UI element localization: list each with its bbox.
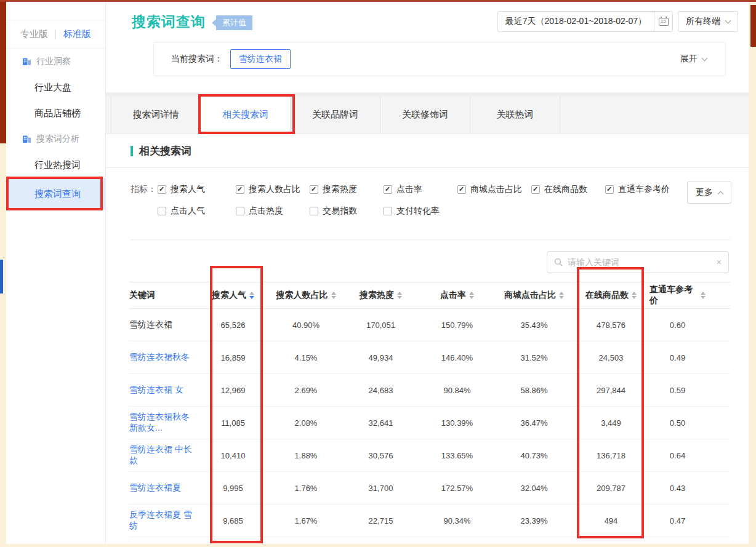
expand-toggle[interactable]: 展开: [680, 54, 707, 65]
more-button[interactable]: 更多: [687, 182, 731, 204]
value-cell: 35.43%: [496, 321, 573, 330]
sidebar-item-label: 行业洞察: [36, 56, 71, 67]
column-header-search-popularity[interactable]: 搜索人气: [197, 290, 269, 301]
metric-checkbox-online-products[interactable]: 在线商品数: [531, 184, 605, 195]
tab-search-word-detail[interactable]: 搜索词详情: [111, 96, 201, 134]
badge-arrow-icon: [208, 19, 216, 26]
unchecked-checkbox-icon[interactable]: [236, 207, 244, 215]
version-tab-divider: [55, 30, 56, 39]
sidebar-version-tabs: 专业版 标准版: [6, 20, 105, 49]
sidebar-item-search-word-analysis[interactable]: 搜索词分析: [6, 126, 105, 152]
sort-arrows-icon[interactable]: [701, 292, 706, 299]
building-icon: [22, 135, 31, 143]
sort-arrows-icon[interactable]: [632, 292, 637, 299]
value-cell: 494: [573, 516, 649, 525]
sort-arrows-icon[interactable]: [397, 292, 402, 299]
checked-checkbox-icon[interactable]: [605, 185, 614, 194]
metric-label: 直通车参考价: [618, 184, 670, 195]
metric-checkbox-ztc-ref-price[interactable]: 直通车参考价: [605, 184, 679, 195]
unchecked-checkbox-icon[interactable]: [310, 207, 318, 215]
value-cell: 30,576: [343, 451, 419, 460]
checked-checkbox-icon[interactable]: [457, 185, 466, 194]
value-cell: 1.67%: [269, 516, 343, 525]
keyword-cell[interactable]: 雪纺连衣裙秋冬新款女...: [129, 412, 197, 434]
value-cell: 478,576: [573, 321, 649, 330]
terminal-selector[interactable]: 所有终端: [678, 11, 738, 32]
value-cell: 32.04%: [496, 484, 573, 493]
tab-related-brand-words[interactable]: 关联品牌词: [291, 96, 380, 134]
value-cell: 297,844: [573, 386, 649, 395]
checked-checkbox-icon[interactable]: [531, 185, 540, 194]
value-cell: 90.34%: [419, 516, 496, 525]
sidebar-item-industry-hot-words[interactable]: 行业热搜词: [6, 152, 105, 178]
value-cell: 1.88%: [269, 451, 343, 460]
value-cell: 31.52%: [496, 353, 573, 362]
calendar-day-label: 15: [661, 19, 666, 24]
metric-checkbox-mall-click-ratio[interactable]: 商城点击占比: [457, 184, 531, 195]
keyword-cell[interactable]: 雪纺连衣裙秋冬: [129, 352, 197, 363]
metric-checkbox-search-user-ratio[interactable]: 搜索人数占比: [236, 184, 310, 195]
sort-arrows-icon[interactable]: [559, 292, 564, 299]
table-row: 雪纺连衣裙 中长款10,4101.88%30,576133.65%40.73%1…: [129, 439, 730, 472]
expand-label: 展开: [680, 54, 698, 65]
metric-checkbox-pay-conversion[interactable]: 支付转化率: [384, 206, 457, 217]
sidebar-item-search-word-query[interactable]: 搜索词查询: [6, 178, 105, 210]
metric-checkbox-search-heat[interactable]: 搜索热度: [310, 184, 384, 195]
metric-checkbox-click-heat[interactable]: 点击热度: [236, 206, 310, 217]
keyword-cell[interactable]: 反季连衣裙夏 雪纺: [129, 509, 197, 532]
keyword-cell[interactable]: 雪纺连衣裙夏: [129, 482, 197, 493]
sort-arrows-icon[interactable]: [249, 292, 254, 299]
magnifier-icon: [554, 258, 563, 266]
column-header-online-products[interactable]: 在线商品数: [573, 290, 649, 301]
date-range-label: 最近7天（2018-02-01~2018-02-07）: [498, 16, 654, 27]
value-cell: 0.47: [649, 516, 730, 525]
calendar-button[interactable]: 15: [654, 12, 672, 31]
header-controls: 最近7天（2018-02-01~2018-02-07） 15 所有终端: [497, 11, 738, 32]
column-header-mall-click-ratio[interactable]: 商城点击占比: [496, 290, 573, 301]
left-red-strip: [0, 2, 6, 143]
value-cell: 136,718: [573, 451, 649, 460]
checked-checkbox-icon[interactable]: [236, 185, 244, 194]
metric-checkbox-click-popularity[interactable]: 点击人气: [158, 206, 236, 217]
main-content: 搜索词查询 累计值 最近7天（2018-02-01~2018-02-07） 15: [106, 2, 749, 544]
value-cell: 150.79%: [419, 321, 496, 330]
tab-pro-version[interactable]: 专业版: [20, 28, 48, 40]
tab-related-search-words[interactable]: 相关搜索词: [201, 96, 291, 134]
sidebar-item-industry-market[interactable]: 行业大盘: [6, 74, 105, 100]
value-cell: 16,859: [197, 353, 269, 362]
tab-related-hot-words[interactable]: 关联热词: [470, 96, 560, 134]
value-cell: 31,700: [343, 484, 419, 493]
checked-checkbox-icon[interactable]: [158, 185, 166, 194]
metric-checkbox-click-rate[interactable]: 点击率: [384, 184, 457, 195]
sidebar-top-spacer: [6, 2, 105, 20]
current-search-word-chip[interactable]: 雪纺连衣裙: [230, 49, 291, 69]
unchecked-checkbox-icon[interactable]: [384, 207, 392, 215]
sort-arrows-icon[interactable]: [331, 292, 336, 299]
unchecked-checkbox-icon[interactable]: [158, 207, 166, 215]
metric-checkbox-trade-index[interactable]: 交易指数: [310, 206, 384, 217]
column-header-search-heat[interactable]: 搜索热度: [343, 290, 419, 301]
column-header-label: 点击率: [440, 290, 466, 301]
clear-input-icon[interactable]: ×: [717, 258, 722, 266]
checked-checkbox-icon[interactable]: [384, 185, 392, 194]
column-header-click-rate[interactable]: 点击率: [419, 290, 496, 301]
keyword-search-input[interactable]: [568, 257, 712, 267]
column-header-search-user-ratio[interactable]: 搜索人数占比: [269, 290, 343, 301]
value-cell: 65,526: [197, 321, 269, 330]
column-header-ztc-ref-price[interactable]: 直通车参考价: [649, 284, 730, 306]
current-search-panel: 当前搜索词： 雪纺连衣裙 展开: [153, 42, 726, 76]
keyword-cell[interactable]: 雪纺连衣裙 女: [129, 385, 197, 396]
checked-checkbox-icon[interactable]: [310, 185, 318, 194]
metric-label: 点击热度: [249, 206, 283, 217]
tab-standard-version[interactable]: 标准版: [63, 28, 91, 40]
sort-arrows-icon[interactable]: [469, 292, 474, 299]
header-title-row: 搜索词查询 累计值 最近7天（2018-02-01~2018-02-07） 15: [132, 11, 738, 32]
metric-label: 交易指数: [323, 206, 357, 217]
sidebar-item-product-shop-rank[interactable]: 商品店铺榜: [6, 100, 105, 126]
metric-checkbox-search-popularity[interactable]: 搜索人气: [158, 184, 236, 195]
metrics-panel: 指标： 搜索人气搜索人数占比搜索热度点击率商城点击占比在线商品数直通车参考价 点…: [106, 168, 749, 239]
date-range-picker[interactable]: 最近7天（2018-02-01~2018-02-07） 15: [497, 11, 673, 32]
keyword-cell[interactable]: 雪纺连衣裙 中长款: [129, 444, 197, 466]
tab-related-modifier-words[interactable]: 关联修饰词: [380, 96, 470, 134]
sidebar-item-industry-insight[interactable]: 行业洞察: [6, 49, 105, 74]
